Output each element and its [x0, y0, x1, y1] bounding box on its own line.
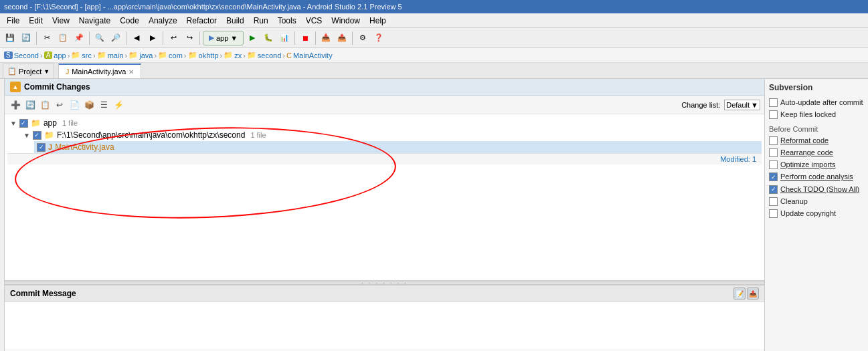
toolbar-forward[interactable]: ▶	[145, 31, 160, 45]
commit-message-input[interactable]	[5, 302, 764, 349]
option-optimize[interactable]: Optimize imports	[769, 160, 864, 169]
toolbar-more[interactable]: ⚙	[355, 31, 370, 45]
commit-header: ▲ Commit Changes	[5, 79, 764, 96]
toolbar-sync[interactable]: 🔄	[19, 31, 33, 45]
toolbar-sep-3	[126, 31, 126, 45]
change-list-dropdown-icon: ▼	[751, 101, 758, 109]
commit-header-icon: ▲	[10, 82, 21, 92]
checkbox-rearrange[interactable]	[769, 148, 778, 157]
breadcrumb-mainactivity[interactable]: C MainActivity	[286, 51, 333, 60]
toolbar-paste[interactable]: 📌	[72, 31, 86, 45]
tab-close-btn[interactable]: ✕	[128, 68, 134, 76]
checkbox-mainactivity[interactable]: ✓	[37, 143, 46, 152]
checkbox-auto-update[interactable]	[769, 98, 778, 107]
breadcrumb-second-pkg[interactable]: 📁 second	[247, 51, 281, 60]
toolbar-find[interactable]: 🔍	[92, 31, 107, 45]
tree-item-path[interactable]: ▼ ✓ 📁 F:\1\Second\app\src\main\java\com\…	[21, 129, 762, 141]
breadcrumb-zx-icon: 📁	[224, 51, 233, 60]
commit-toolbar-add[interactable]: ➕	[9, 98, 22, 112]
menu-code[interactable]: Code	[116, 15, 143, 27]
toolbar-sep-2	[89, 31, 90, 45]
checkbox-path[interactable]: ✓	[33, 131, 41, 140]
checkbox-optimize[interactable]	[769, 160, 778, 169]
breadcrumb-main[interactable]: 📁 main	[97, 51, 124, 60]
checkbox-perform[interactable]: ✓	[769, 172, 778, 181]
breadcrumb-src-label: src	[82, 51, 92, 60]
commit-toolbar-copy-path[interactable]: 📋	[38, 98, 52, 112]
option-perform[interactable]: ✓ Perform code analysis	[769, 172, 864, 181]
tree-item-path-badge: 1 file	[250, 131, 266, 139]
breadcrumb-zx[interactable]: 📁 zx	[224, 51, 242, 60]
breadcrumb-src[interactable]: 📁 src	[71, 51, 92, 60]
checkbox-check-todo[interactable]: ✓	[769, 185, 778, 194]
commit-toolbar-move[interactable]: 📦	[82, 98, 96, 112]
project-icon: 📋	[7, 67, 17, 76]
toolbar-vcs1[interactable]: 📥	[319, 31, 333, 45]
breadcrumb-okhttp[interactable]: 📁 okhttp	[188, 51, 219, 60]
option-rearrange-label: Rearrange code	[780, 148, 833, 157]
commit-toolbar-revert[interactable]: ↩	[53, 98, 66, 112]
toolbar-copy[interactable]: 📋	[56, 31, 70, 45]
option-cleanup[interactable]: Cleanup	[769, 197, 864, 206]
menu-file[interactable]: File	[3, 15, 23, 27]
menu-window[interactable]: Window	[327, 15, 364, 27]
breadcrumb-java[interactable]: 📁 java	[128, 51, 153, 60]
option-rearrange[interactable]: Rearrange code	[769, 148, 864, 157]
menu-navigate[interactable]: Navigate	[75, 15, 114, 27]
option-reformat[interactable]: Reformat code	[769, 136, 864, 145]
breadcrumb-second[interactable]: S Second	[4, 51, 39, 60]
commit-toolbar-group[interactable]: ⚡	[112, 98, 125, 112]
breadcrumb-sep-6: ›	[184, 51, 187, 60]
commit-msg-icon-1[interactable]: 📝	[733, 287, 746, 300]
commit-toolbar-diff[interactable]: 📄	[68, 98, 81, 112]
tree-item-mainactivity[interactable]: ✓ J MainActivity.java	[34, 141, 762, 153]
checkbox-app[interactable]: ✓	[19, 119, 28, 128]
option-copyright[interactable]: Update copyright	[769, 209, 864, 218]
toolbar-help[interactable]: ❓	[371, 31, 386, 45]
tab-mainactivity[interactable]: J MainActivity.java ✕	[58, 64, 141, 78]
toolbar-vcs2[interactable]: 📤	[335, 31, 349, 45]
menu-build[interactable]: Build	[222, 15, 248, 27]
commit-toolbar-refresh[interactable]: 🔄	[23, 98, 37, 112]
menu-view[interactable]: View	[48, 15, 74, 27]
checkbox-keep-locked[interactable]	[769, 110, 778, 119]
toolbar-cut[interactable]: ✂	[39, 31, 54, 45]
commit-message-title: Commit Message	[10, 289, 76, 298]
perform-label-text: Perform code analysis	[780, 172, 853, 181]
option-check-todo[interactable]: ✓ Check TODO (Show All)	[769, 185, 864, 194]
commit-toolbar-sort[interactable]: ☰	[97, 98, 110, 112]
toolbar-back[interactable]: ◀	[129, 31, 144, 45]
toolbar-run-config[interactable]: ▶ app ▼	[203, 31, 244, 45]
toolbar-sep-6	[294, 31, 295, 45]
menu-tools[interactable]: Tools	[274, 15, 300, 27]
breadcrumb-src-icon: 📁	[71, 51, 80, 60]
checkbox-reformat[interactable]	[769, 136, 778, 145]
menu-analyze[interactable]: Analyze	[145, 15, 181, 27]
toolbar-debug[interactable]: 🐛	[261, 31, 276, 45]
toolbar-stop[interactable]: ⏹	[298, 31, 313, 45]
tree-item-app[interactable]: ▼ ✓ 📁 app 1 file	[7, 117, 762, 129]
menu-edit[interactable]: Edit	[25, 15, 47, 27]
toolbar-save[interactable]: 💾	[3, 31, 17, 45]
toolbar-replace[interactable]: 🔎	[108, 31, 123, 45]
toolbar-redo[interactable]: ↪	[182, 31, 197, 45]
project-panel[interactable]: 📋 Project ▼	[3, 64, 54, 78]
toolbar-undo[interactable]: ↩	[166, 31, 181, 45]
breadcrumb-com[interactable]: 📁 com	[158, 51, 183, 60]
change-list-select[interactable]: Default ▼	[724, 100, 760, 110]
breadcrumb-app[interactable]: A app	[44, 51, 66, 60]
toolbar-sep-7	[315, 31, 316, 45]
menu-help[interactable]: Help	[365, 15, 390, 27]
menu-vcs[interactable]: VCS	[302, 15, 327, 27]
commit-msg-icon-2[interactable]: 📤	[747, 287, 759, 300]
menu-run[interactable]: Run	[250, 15, 272, 27]
toolbar-run[interactable]: ▶	[245, 31, 260, 45]
menu-refactor[interactable]: Refactor	[183, 15, 221, 27]
toolbar-coverage[interactable]: 📊	[277, 31, 292, 45]
project-label: Project	[19, 68, 41, 76]
option-auto-update[interactable]: Auto-update after commit	[769, 98, 864, 107]
checkbox-cleanup[interactable]	[769, 197, 778, 206]
checkbox-copyright[interactable]	[769, 209, 778, 218]
tree-item-mainactivity-label: MainActivity.java	[55, 142, 114, 152]
option-keep-locked[interactable]: Keep files locked	[769, 110, 864, 119]
